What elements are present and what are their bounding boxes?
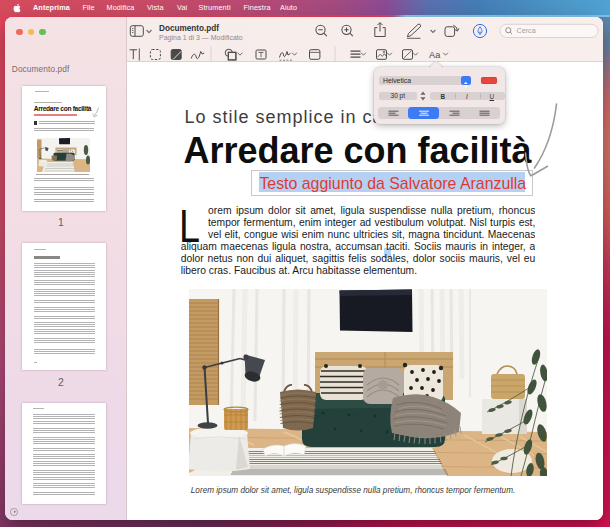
svg-text:Cerca: Cerca [517, 26, 536, 35]
svg-text:Aa: Aa [429, 50, 441, 60]
